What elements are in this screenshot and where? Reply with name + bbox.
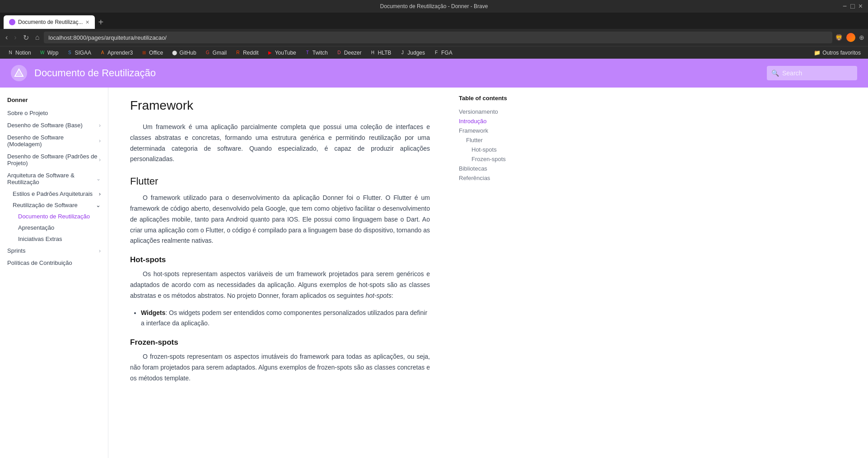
address-input[interactable] bbox=[44, 32, 832, 43]
bookmark-judges[interactable]: J Judges bbox=[396, 49, 429, 57]
sidebar-item-sprints[interactable]: Sprints › bbox=[0, 245, 108, 257]
sidebar-item-apresentacao-label: Apresentação bbox=[18, 224, 54, 231]
sidebar-item-desenho-base[interactable]: Desenho de Software (Base) › bbox=[0, 119, 108, 131]
window-title: Documento de Reutilização - Donner - Bra… bbox=[380, 3, 488, 9]
bookmark-notion-label: Notion bbox=[15, 50, 31, 56]
tab-title: Documento de Reutilizaç... bbox=[18, 19, 83, 25]
toc-panel: Table of contents Versionamento Introduç… bbox=[452, 88, 542, 458]
github-favicon: ⬤ bbox=[171, 50, 177, 56]
hltb-favicon: H bbox=[369, 50, 376, 56]
extensions-icon[interactable]: ⊕ bbox=[859, 34, 864, 41]
sidebar-item-iniciativas-extras-label: Iniciativas Extras bbox=[18, 236, 62, 242]
maximize-button[interactable]: □ bbox=[850, 2, 855, 10]
bookmark-office[interactable]: ⊞ Office bbox=[137, 49, 167, 57]
bookmark-reddit[interactable]: R Reddit bbox=[231, 49, 262, 57]
frozenspots-heading: Frozen-spots bbox=[130, 338, 430, 347]
window-controls[interactable]: − □ × bbox=[843, 2, 863, 10]
sidebar-item-doc-reutilizacao[interactable]: Documento de Reutilização bbox=[0, 211, 108, 222]
bookmark-twitch-label: Twitch bbox=[313, 50, 328, 56]
toc-item-introducao[interactable]: Introdução bbox=[459, 116, 535, 126]
app-layout: Donner Sobre o Projeto Desenho de Softwa… bbox=[0, 88, 868, 458]
bookmark-deezer[interactable]: D Deezer bbox=[332, 49, 365, 57]
flutter-heading: Flutter bbox=[130, 176, 430, 187]
app-header-title: Documento de Reutilização bbox=[34, 67, 760, 79]
brave-shield-icon[interactable]: 🦁 bbox=[835, 34, 843, 41]
bookmark-wpp-label: Wpp bbox=[47, 50, 59, 56]
chevron-right-icon: › bbox=[99, 138, 101, 144]
fga-favicon: F bbox=[433, 50, 439, 56]
frozenspots-paragraph: O frozen-spots representam os aspectos i… bbox=[130, 352, 430, 384]
bookmark-fga-label: FGA bbox=[441, 50, 453, 56]
notion-favicon: N bbox=[7, 50, 14, 56]
bookmark-fga[interactable]: F FGA bbox=[429, 49, 456, 57]
list-item-widgets: Widgets: Os widgets podem ser entendidos… bbox=[141, 308, 430, 329]
folder-icon: 📁 bbox=[814, 50, 821, 56]
toc-title: Table of contents bbox=[459, 95, 535, 102]
sidebar-item-politicas[interactable]: Políticas de Contribuição bbox=[0, 257, 108, 269]
toc-item-hot-spots[interactable]: Hot-spots bbox=[459, 145, 535, 154]
bookmark-wpp[interactable]: W Wpp bbox=[36, 49, 62, 57]
bookmark-youtube[interactable]: ▶ YouTube bbox=[263, 49, 300, 57]
sidebar-item-arquitetura[interactable]: Arquitetura de Software & Reutilização ⌄ bbox=[0, 169, 108, 188]
bookmark-twitch[interactable]: T Twitch bbox=[301, 49, 331, 57]
tab-favicon bbox=[9, 19, 15, 25]
bookmark-github[interactable]: ⬤ GitHub bbox=[168, 49, 200, 57]
sidebar-item-desenho-model-label: Desenho de Software (Modelagem) bbox=[7, 134, 99, 148]
bookmark-aprender3[interactable]: A Aprender3 bbox=[96, 49, 136, 57]
toc-item-flutter[interactable]: Flutter bbox=[459, 135, 535, 145]
widgets-desc: : Os widgets podem ser entendidos como c… bbox=[141, 309, 427, 327]
tab-close-button[interactable]: × bbox=[85, 19, 89, 26]
sidebar-item-doc-reutilizacao-label: Documento de Reutilização bbox=[18, 213, 90, 220]
chevron-right-icon: › bbox=[99, 122, 101, 129]
toc-item-referencias[interactable]: Referências bbox=[459, 173, 535, 183]
reload-button[interactable]: ↻ bbox=[21, 32, 31, 43]
sidebar: Donner Sobre o Projeto Desenho de Softwa… bbox=[0, 88, 108, 458]
search-input[interactable] bbox=[767, 66, 857, 80]
close-button[interactable]: × bbox=[859, 2, 863, 10]
bookmark-judges-label: Judges bbox=[407, 50, 425, 56]
sidebar-item-sprints-label: Sprints bbox=[7, 247, 25, 254]
sidebar-item-desenho-model[interactable]: Desenho de Software (Modelagem) › bbox=[0, 131, 108, 150]
bookmark-sigaa[interactable]: S SIGAA bbox=[63, 49, 95, 57]
toc-item-framework[interactable]: Framework bbox=[459, 126, 535, 135]
bookmark-notion[interactable]: N Notion bbox=[4, 49, 35, 57]
sigaa-favicon: S bbox=[66, 50, 73, 56]
bookmark-github-label: GitHub bbox=[179, 50, 196, 56]
toc-item-bibliotecas[interactable]: Bibliotecas bbox=[459, 164, 535, 173]
toc-item-frozen-spots[interactable]: Frozen-spots bbox=[459, 154, 535, 164]
wpp-favicon: W bbox=[39, 50, 46, 56]
home-button[interactable]: ⌂ bbox=[33, 32, 42, 42]
content-title: Framework bbox=[130, 98, 430, 113]
sidebar-item-reutilizacao[interactable]: Reutilização de Software ⌄ bbox=[0, 199, 108, 211]
toc-item-versionamento[interactable]: Versionamento bbox=[459, 107, 535, 116]
chevron-down-icon: ⌄ bbox=[96, 202, 101, 208]
bookmark-sigaa-label: SIGAA bbox=[75, 50, 91, 56]
sidebar-item-sobre[interactable]: Sobre o Projeto bbox=[0, 107, 108, 119]
bookmark-more[interactable]: 📁 Outros favoritos bbox=[810, 49, 864, 57]
bookmark-hltb[interactable]: H HLTB bbox=[366, 49, 395, 57]
forward-button[interactable]: › bbox=[12, 32, 18, 42]
active-tab[interactable]: Documento de Reutilizaç... × bbox=[4, 15, 95, 29]
chevron-right-icon: › bbox=[99, 157, 101, 163]
sidebar-item-apresentacao[interactable]: Apresentação bbox=[0, 222, 108, 233]
sidebar-item-iniciativas-extras[interactable]: Iniciativas Extras bbox=[0, 233, 108, 245]
toolbar-icons: 🦁 ⊕ bbox=[835, 33, 864, 42]
bookmark-office-label: Office bbox=[149, 50, 163, 56]
widgets-term: Widgets bbox=[141, 309, 165, 316]
minimize-button[interactable]: − bbox=[843, 2, 847, 10]
sidebar-item-estilos-label: Estilos e Padrões Arquiteturais bbox=[13, 190, 93, 197]
twitch-favicon: T bbox=[304, 50, 311, 56]
chevron-right-icon: › bbox=[99, 248, 101, 254]
new-tab-button[interactable]: + bbox=[95, 15, 107, 29]
back-button[interactable]: ‹ bbox=[4, 32, 9, 42]
chevron-down-icon: ⌄ bbox=[96, 176, 101, 182]
sidebar-item-desenho-base-label: Desenho de Software (Base) bbox=[7, 122, 83, 129]
hotspots-heading: Hot-spots bbox=[130, 255, 430, 264]
sidebar-item-desenho-padroes[interactable]: Desenho de Software (Padrões de Projeto)… bbox=[0, 150, 108, 169]
app-logo bbox=[11, 65, 27, 81]
bookmark-gmail[interactable]: G Gmail bbox=[201, 49, 230, 57]
deezer-favicon: D bbox=[336, 50, 342, 56]
content-intro-paragraph: Um framework é uma aplicação parcialment… bbox=[130, 122, 430, 165]
sidebar-item-arquitetura-label: Arquitetura de Software & Reutilização bbox=[7, 172, 96, 185]
sidebar-item-estilos[interactable]: Estilos e Padrões Arquiteturais › bbox=[0, 188, 108, 199]
